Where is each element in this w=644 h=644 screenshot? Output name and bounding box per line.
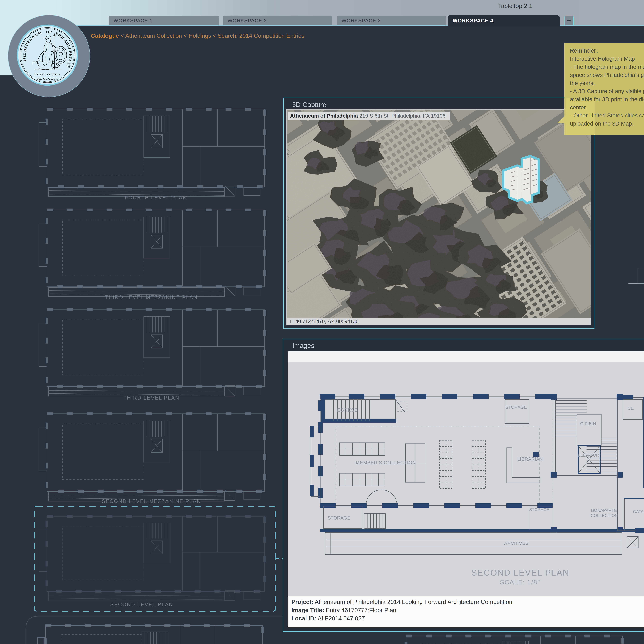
svg-text:STORAGE: STORAGE — [529, 507, 549, 512]
svg-text:CATALOGUING: CATALOGUING — [633, 509, 644, 514]
svg-text:FOURTH LEVEL PLAN: FOURTH LEVEL PLAN — [125, 195, 187, 200]
svg-text:THIRD LEVEL MEZZANINE PLAN: THIRD LEVEL MEZZANINE PLAN — [105, 294, 198, 300]
svg-text:LIBRARIAN: LIBRARIAN — [517, 456, 543, 462]
svg-text:ELEVATOR: ELEVATOR — [578, 453, 599, 457]
svg-text:STORAGE: STORAGE — [505, 405, 527, 410]
svg-text:INSTITUTED: INSTITUTED — [34, 73, 60, 76]
svg-text:MDCCCXIV: MDCCCXIV — [37, 77, 58, 80]
svg-text:EGRESS: EGRESS — [337, 408, 358, 413]
svg-text:STORAGE: STORAGE — [328, 515, 350, 521]
svg-text:THIRD LEVEL PLAN: THIRD LEVEL PLAN — [123, 395, 179, 401]
svg-text:SECOND LEVEL PLAN: SECOND LEVEL PLAN — [110, 602, 173, 607]
svg-text:OPEN: OPEN — [580, 421, 597, 426]
svg-text:SECOND LEVEL MEZZANINE PLAN: SECOND LEVEL MEZZANINE PLAN — [102, 498, 201, 504]
svg-text:MEMBER’S COLLECTION: MEMBER’S COLLECTION — [356, 460, 416, 465]
svg-text:COLLECTION: COLLECTION — [591, 513, 618, 518]
svg-text:BONAPARTE: BONAPARTE — [591, 508, 617, 513]
svg-text:CL.: CL. — [628, 406, 634, 411]
svg-text:ARCHIVES: ARCHIVES — [504, 541, 529, 546]
